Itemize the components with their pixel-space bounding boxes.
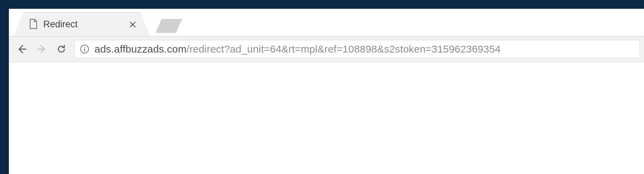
tab-title: Redirect [43,19,122,30]
browser-window: Redirect [9,9,644,174]
url-host: ads.affbuzzads.com [94,43,187,55]
toolbar: ads.affbuzzads.com/redirect?ad_unit=64&r… [9,36,644,62]
reload-button[interactable] [55,42,68,56]
back-button[interactable] [15,42,29,56]
tab-strip: Redirect [9,9,644,36]
close-icon[interactable] [128,20,137,29]
url-path: /redirect?ad_unit=64&rt=mpl&ref=108898&s… [187,43,501,55]
desktop-edge-left [0,0,9,174]
forward-button[interactable] [35,42,48,56]
svg-point-1 [84,46,85,47]
page-viewport [9,62,644,174]
blank-page-icon [29,19,38,30]
new-tab-button[interactable] [156,19,182,33]
svg-rect-2 [84,48,85,52]
address-bar[interactable]: ads.affbuzzads.com/redirect?ad_unit=64&r… [74,40,640,58]
tab-1[interactable]: Redirect [14,12,150,36]
desktop-edge-top [0,0,644,9]
site-info-icon[interactable] [79,44,90,54]
url-text: ads.affbuzzads.com/redirect?ad_unit=64&r… [94,43,501,55]
